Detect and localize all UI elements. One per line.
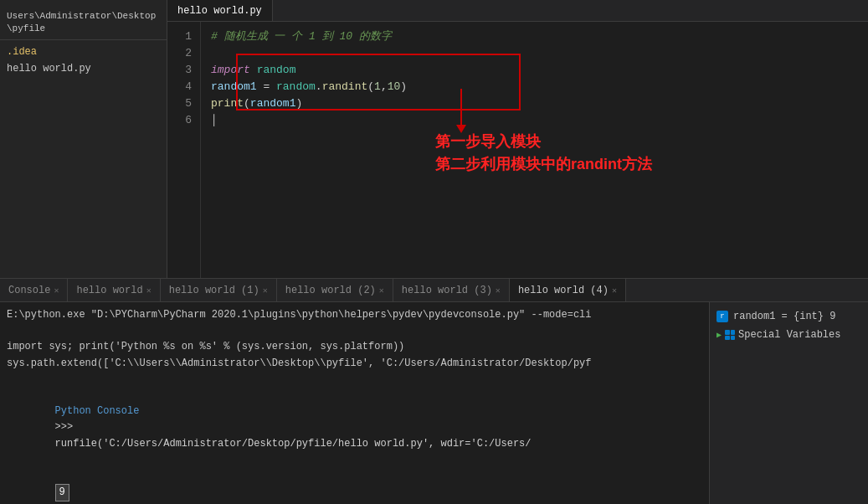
tab-hw4[interactable]: hello world (3) ✕	[393, 279, 510, 301]
code-line-4: random1 = random . randint ( 1 , 10 )	[211, 79, 858, 95]
grid-icon	[725, 330, 735, 340]
tab-hw5[interactable]: hello world (4) ✕	[510, 279, 626, 301]
sidebar-item-helloworld[interactable]: hello world.py	[0, 60, 167, 77]
code-line-5: print ( random1 )	[211, 95, 858, 112]
runfile-cmd: runfile('C:/Users/Administrator/Desktop/…	[55, 438, 532, 450]
tab-hw1-close[interactable]: ✕	[146, 285, 152, 296]
console-line-blank1	[7, 323, 702, 339]
special-variables: ▶ Special Variables	[716, 327, 861, 342]
main-area: Users\Administrator\Desktop\pyfile .idea…	[0, 0, 868, 278]
tab-hw2-close[interactable]: ✕	[263, 285, 268, 296]
console-line-blank2	[7, 372, 702, 388]
tab-hw2[interactable]: hello world (1) ✕	[161, 279, 277, 301]
python-console-prompt: Python Console	[55, 405, 140, 417]
output-value: 9	[55, 484, 69, 501]
comment-text: # 随机生成 一 个 1 到 10 的数字	[211, 28, 392, 45]
variable-item-random1: r random1 = {int} 9	[716, 309, 861, 324]
console-tabs-bar: Console ✕ hello world ✕ hello world (1) …	[0, 279, 868, 302]
editor-tab-helloworld[interactable]: hello world.py	[167, 0, 273, 21]
console-output-line: 9 随机生成了9	[7, 468, 702, 504]
sidebar-path: Users\Administrator\Desktop\pyfile	[0, 7, 167, 40]
tab-hw5-close[interactable]: ✕	[612, 285, 617, 296]
tab-hw3[interactable]: hello world (2) ✕	[277, 279, 393, 301]
code-line-3: import random	[211, 62, 858, 79]
console-content: E:\python.exe "D:\PYCharm\PyCharm 2020.1…	[0, 302, 868, 504]
console-line-import: import sys; print('Python %s on %s' % (s…	[7, 339, 702, 355]
tab-hw1[interactable]: hello world ✕	[68, 279, 160, 301]
console-right-panel: r random1 = {int} 9 ▶ Special Variables	[709, 302, 868, 504]
annotation-arrow	[460, 89, 462, 126]
sidebar: Users\Administrator\Desktop\pyfile .idea…	[0, 0, 167, 278]
sidebar-item-idea[interactable]: .idea	[0, 44, 167, 60]
special-variables-label: Special Variables	[738, 329, 840, 341]
editor-area: hello world.py 1 2 3 4 5 6 # 随机生成 一 个 1 …	[167, 0, 868, 278]
code-line-6: │	[211, 112, 858, 129]
variable-label: random1 = {int} 9	[733, 311, 835, 322]
code-line-1: # 随机生成 一 个 1 到 10 的数字	[211, 28, 858, 45]
bottom-panel: Console ✕ hello world ✕ hello world (1) …	[0, 278, 868, 504]
line-numbers: 1 2 3 4 5 6	[167, 22, 201, 278]
code-line-2	[211, 45, 858, 62]
tab-hw3-close[interactable]: ✕	[379, 285, 384, 296]
annotation-block: 第一步导入模块 第二步利用模块中的randint方法	[435, 131, 652, 176]
editor-tabs-bar: hello world.py	[167, 0, 868, 22]
code-block[interactable]: # 随机生成 一 个 1 到 10 的数字 import random rand…	[201, 22, 868, 278]
console-line-sys: sys.path.extend(['C:\\Users\\Administrat…	[7, 356, 702, 372]
variable-icon: r	[716, 311, 728, 322]
tab-console-close[interactable]: ✕	[54, 285, 59, 296]
tab-hw4-close[interactable]: ✕	[496, 285, 501, 296]
tab-console[interactable]: Console ✕	[0, 279, 68, 301]
console-line-runfile: Python Console >>> runfile('C:/Users/Adm…	[7, 388, 702, 468]
console-line-cmd: E:\python.exe "D:\PYCharm\PyCharm 2020.1…	[7, 307, 702, 323]
console-main: E:\python.exe "D:\PYCharm\PyCharm 2020.1…	[0, 302, 709, 504]
annotation-text: 第一步导入模块 第二步利用模块中的randint方法	[435, 131, 652, 176]
editor-content: 1 2 3 4 5 6 # 随机生成 一 个 1 到 10 的数字 import…	[167, 22, 868, 278]
play-icon[interactable]: ▶	[716, 330, 722, 340]
